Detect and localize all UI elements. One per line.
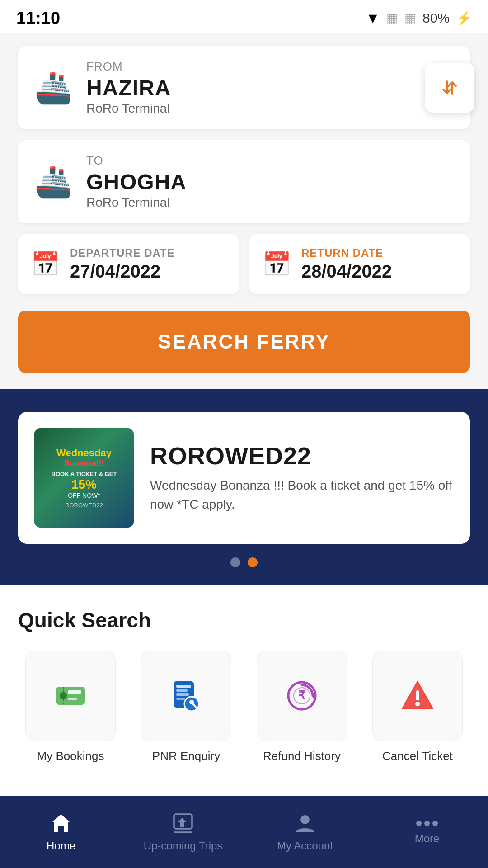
signal-icon: ▦	[386, 11, 398, 26]
departure-date-label: DEPARTURE DATE	[70, 247, 175, 259]
departure-date-value: 27/04/2022	[70, 261, 175, 282]
pnr-enquiry-icon-box	[141, 651, 231, 741]
banner-dot-1[interactable]	[230, 557, 240, 567]
nav-home-label: Home	[47, 840, 75, 852]
svg-marker-22	[52, 814, 70, 832]
departure-calendar-icon: 📅	[31, 250, 60, 278]
nav-more-label: More	[415, 832, 440, 845]
pnr-enquiry-label: PNR Enquiry	[152, 749, 220, 763]
to-name: GHOGHA	[86, 170, 454, 194]
nav-item-upcoming-trips[interactable]: Up-coming Trips	[122, 796, 244, 868]
nav-upcoming-label: Up-coming Trips	[144, 840, 223, 852]
my-bookings-icon-box	[25, 651, 116, 741]
promo-book-line: BOOK A TICKET & GET	[52, 471, 117, 477]
quick-search-title: Quick Search	[18, 608, 470, 632]
banner-section: Wednesday Bonanza!!! BOOK A TICKET & GET…	[0, 389, 488, 585]
battery-icon: ⚡	[456, 11, 472, 26]
refund-history-label: Refund History	[263, 749, 341, 763]
from-label: FROM	[86, 60, 454, 74]
signal-icon2: ▦	[404, 11, 416, 26]
swap-icon	[438, 76, 461, 99]
from-name: HAZIRA	[86, 75, 454, 100]
battery-indicator: 80%	[422, 10, 450, 26]
svg-rect-9	[176, 693, 189, 696]
nav-item-more[interactable]: More	[366, 796, 488, 868]
return-date-info: RETURN DATE 28/04/2022	[301, 247, 392, 282]
svg-point-25	[300, 815, 310, 824]
search-ferry-button[interactable]: SEARCH FERRY	[18, 311, 470, 373]
promo-percent: 15%	[52, 477, 117, 492]
cancel-icon	[399, 678, 436, 714]
svg-rect-20	[416, 690, 419, 700]
ticket-icon	[52, 678, 89, 714]
promo-code: ROROWED22	[150, 442, 454, 470]
return-date-value: 28/04/2022	[301, 261, 392, 282]
svg-rect-7	[176, 685, 191, 688]
svg-rect-8	[176, 689, 188, 692]
return-date-label: RETURN DATE	[301, 247, 392, 259]
to-location-info: TO GHOGHA RoRo Terminal	[86, 154, 454, 210]
quick-item-refund-history[interactable]: ₹ Refund History	[249, 651, 354, 763]
svg-text:₹: ₹	[298, 689, 306, 702]
svg-rect-4	[68, 698, 77, 700]
quick-search-grid: My Bookings PNR Enquiry	[18, 651, 470, 763]
from-location-card[interactable]: 🚢 FROM HAZIRA RoRo Terminal	[18, 46, 470, 129]
refund-icon: ₹	[284, 678, 320, 714]
banner-dots	[18, 557, 470, 567]
nav-item-my-account[interactable]: My Account	[244, 796, 366, 868]
promo-bonanza: Bonanza!!!	[52, 459, 117, 468]
pnr-icon	[168, 678, 204, 714]
svg-rect-10	[176, 698, 185, 700]
my-bookings-label: My Bookings	[37, 749, 104, 763]
swap-button[interactable]	[425, 63, 474, 113]
quick-item-pnr-enquiry[interactable]: PNR Enquiry	[134, 651, 239, 763]
account-icon	[293, 811, 317, 835]
promo-description: Wednesday Bonanza !!! Book a ticket and …	[150, 476, 454, 514]
cancel-ticket-label: Cancel Ticket	[382, 749, 453, 763]
date-row: 📅 DEPARTURE DATE 27/04/2022 📅 RETURN DAT…	[18, 234, 470, 294]
refund-history-icon-box: ₹	[257, 651, 347, 741]
departure-date-card[interactable]: 📅 DEPARTURE DATE 27/04/2022	[18, 234, 239, 294]
svg-rect-3	[68, 690, 81, 694]
banner-dot-2[interactable]	[248, 557, 258, 567]
to-label: TO	[86, 154, 454, 168]
status-time: 11:10	[16, 9, 60, 28]
home-icon	[49, 811, 73, 835]
promo-image: Wednesday Bonanza!!! BOOK A TICKET & GET…	[34, 428, 134, 528]
status-bar: 11:10 ▼ ▦ ▦ 80% ⚡	[0, 0, 488, 33]
promo-off: OFF NOW*	[52, 492, 117, 499]
svg-point-26	[416, 821, 422, 826]
quick-item-my-bookings[interactable]: My Bookings	[18, 651, 123, 763]
wifi-icon: ▼	[366, 10, 380, 27]
cancel-ticket-icon-box	[372, 651, 463, 741]
promo-code-img: ROROWED22	[52, 502, 117, 509]
swap-btn-wrapper	[425, 63, 474, 113]
promo-info: ROROWED22 Wednesday Bonanza !!! Book a t…	[150, 442, 454, 514]
svg-point-27	[424, 821, 430, 826]
return-calendar-icon: 📅	[262, 250, 291, 278]
promo-image-text: Wednesday Bonanza!!! BOOK A TICKET & GET…	[52, 447, 117, 509]
status-icons: ▼ ▦ ▦ 80% ⚡	[366, 10, 472, 27]
return-date-card[interactable]: 📅 RETURN DATE 28/04/2022	[249, 234, 470, 294]
quick-item-cancel-ticket[interactable]: Cancel Ticket	[365, 651, 470, 763]
to-terminal: RoRo Terminal	[86, 195, 454, 210]
more-icon	[415, 819, 439, 828]
promo-card[interactable]: Wednesday Bonanza!!! BOOK A TICKET & GET…	[18, 412, 470, 544]
bottom-navigation: Home Up-coming Trips My Account More	[0, 796, 488, 868]
svg-point-21	[415, 702, 420, 706]
upcoming-icon	[171, 811, 195, 835]
to-ship-icon: 🚢	[34, 164, 73, 200]
main-content: 🚢 FROM HAZIRA RoRo Terminal 🚢 TO GHOGHA …	[0, 33, 488, 373]
nav-item-home[interactable]: Home	[0, 796, 122, 868]
nav-account-label: My Account	[277, 840, 333, 852]
departure-date-info: DEPARTURE DATE 27/04/2022	[70, 247, 175, 282]
from-ship-icon: 🚢	[34, 70, 73, 106]
svg-point-28	[432, 821, 438, 826]
from-terminal: RoRo Terminal	[86, 101, 454, 116]
promo-wednesday: Wednesday	[52, 447, 117, 459]
to-location-card[interactable]: 🚢 TO GHOGHA RoRo Terminal	[18, 140, 470, 223]
from-location-info: FROM HAZIRA RoRo Terminal	[86, 60, 454, 116]
